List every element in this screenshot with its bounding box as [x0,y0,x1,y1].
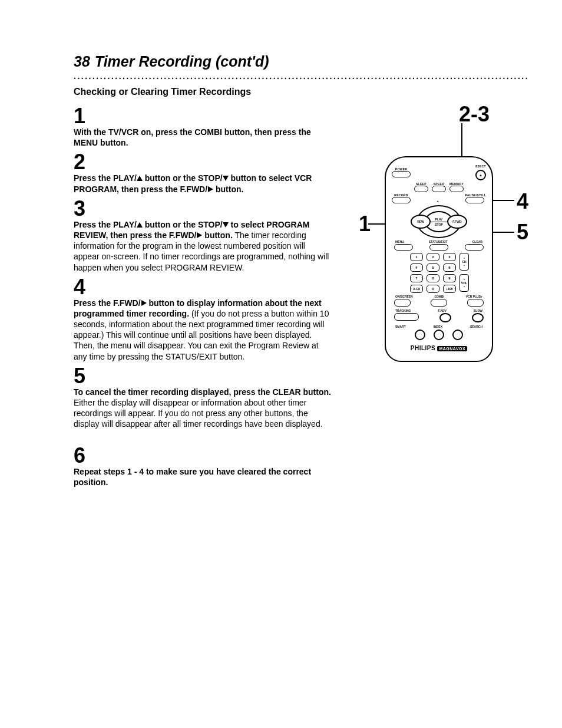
step-4-text: Press the F.FWD/ button to display infor… [74,298,333,362]
divider-dots: ........................................… [74,71,527,81]
step-1-number: 1 [74,106,333,127]
step-1-text: With the TV/VCR on, press the COMBI butt… [74,127,333,148]
index-button [434,330,444,340]
smart-button [415,330,425,340]
key-7: 7 [410,274,423,282]
page-number: 38 [74,53,90,70]
step-4-number: 4 [74,276,333,298]
tracking-button [394,313,419,321]
step-5-text: To cancel the timer recording displayed,… [74,387,333,430]
status-exit-button [429,244,448,251]
page-title: Timer Recording (cont'd) [95,53,269,70]
step-6-number: 6 [74,445,333,466]
triangle-right-icon [141,300,147,306]
onscreen-button [394,299,411,307]
speed-button [432,186,446,192]
brand-label: PHILIPS MAGNAVOX [392,345,486,351]
steps-column: 1 With the TV/VCR on, press the COMBI bu… [74,102,333,487]
key-1: 1 [410,253,423,261]
memory-button [449,186,464,192]
vcrplus-button [467,299,484,307]
pause-button [465,197,484,203]
remote-control: POWER EJECT▲ SLEEP SPEED MEMORY RECORD ▲… [385,156,493,362]
combi-button [431,299,447,307]
key-9: 9 [443,274,456,282]
step-3-number: 3 [74,198,333,219]
step-2-number: 2 [74,151,333,173]
keypad: 1 2 3 ⌃CH⌄ 4 5 6 7 8 9 ⌃VOL⌄ A.CH 0 +100 [392,253,486,293]
callout-5: 5 [517,220,528,245]
play-button: PLAY [435,218,443,221]
search-button [452,330,463,340]
triangle-up-icon [137,176,143,181]
callout-4: 4 [517,189,528,214]
callout-2-3: 2-3 [459,102,490,127]
key-3: 3 [443,253,456,261]
power-button [392,171,411,177]
fadv-button [439,313,451,322]
triangle-up-icon [137,222,143,228]
triangle-right-icon [197,232,202,238]
key-2: 2 [427,253,439,261]
key-plus100: +100 [443,285,456,293]
rew-button: REW [411,215,431,229]
key-ach: A.CH [410,285,423,293]
clear-button [465,244,484,251]
record-button [392,197,411,203]
page-header: 38 Timer Recording (cont'd) [74,53,527,70]
triangle-down-icon [223,176,229,181]
triangle-down-icon [223,222,229,228]
step-2-text: Press the PLAY/ button or the STOP/ butt… [74,173,333,194]
slow-button [472,313,484,322]
section-subtitle: Checking or Clearing Timer Recordings [74,87,527,97]
key-6: 6 [443,263,456,272]
nav-pad: REW F.FWD PLAY STOP [416,205,461,238]
ffwd-button: F.FWD [447,215,467,229]
menu-button [394,244,413,251]
sleep-button [414,186,428,192]
stop-button: STOP [435,223,443,226]
ch-rocker: ⌃CH⌄ [459,253,469,271]
vol-rocker: ⌃VOL⌄ [459,274,469,292]
remote-diagram-column: 2-3 4 5 1 POWER EJECT▲ SLEEP SPEED MEMOR… [360,102,525,362]
step-6-text: Repeat steps 1 - 4 to make sure you have… [74,466,333,487]
eject-button: ▲ [475,170,486,180]
step-5-number: 5 [74,365,333,387]
key-0: 0 [427,285,439,293]
key-5: 5 [427,263,439,272]
key-4: 4 [410,263,423,272]
key-8: 8 [427,274,439,282]
triangle-right-icon [208,186,213,192]
step-3-text: Press the PLAY/ button or the STOP/ to s… [74,219,333,273]
